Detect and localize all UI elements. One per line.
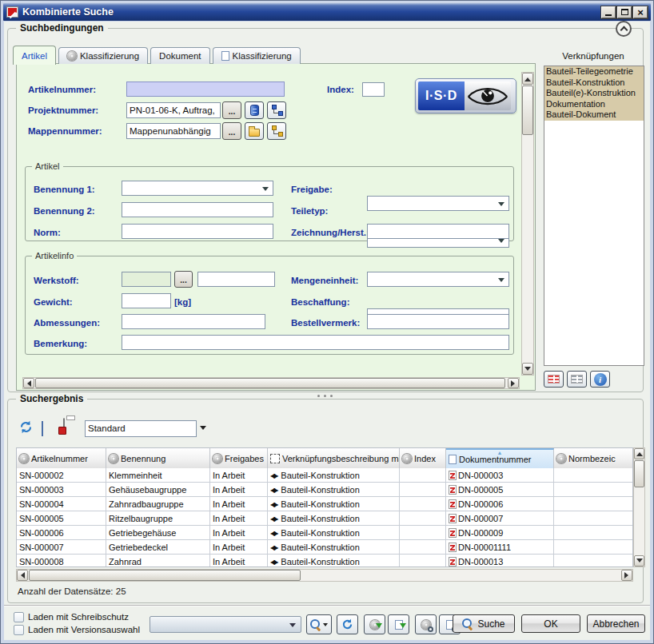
result-view-button[interactable] bbox=[42, 422, 43, 436]
insert-document-button[interactable] bbox=[388, 614, 409, 634]
minimize-button[interactable] bbox=[601, 6, 616, 18]
table-vertical-scrollbar[interactable] bbox=[633, 447, 645, 567]
verknuepfungen-list[interactable]: Bauteil-TeilegeometrieBauteil-Konstrukti… bbox=[544, 66, 644, 366]
werkstoff-browse-button[interactable]: ... bbox=[174, 271, 193, 288]
table-row[interactable]: SN-000005RitzelbaugruppeIn Arbeit◀▶Baute… bbox=[17, 511, 632, 526]
column-header-artikelnummer[interactable]: Artikelnummer bbox=[17, 448, 106, 468]
table-row[interactable]: SN-000007GetriebedeckelIn Arbeit◀▶Bautei… bbox=[17, 540, 632, 555]
column-header-dokumentnummer[interactable]: ▲Dokumentnummer bbox=[446, 448, 554, 468]
load-version-checkbox[interactable] bbox=[14, 625, 24, 635]
insert-article-button[interactable] bbox=[364, 614, 385, 634]
benennung1-combobox[interactable] bbox=[122, 181, 273, 196]
scroll-up-button[interactable] bbox=[522, 73, 533, 85]
tab-dokument-2[interactable]: Dokument bbox=[150, 47, 209, 64]
tab-artikel-0[interactable]: Artikel bbox=[13, 46, 56, 65]
cell-text: Bauteil-Konstruktion bbox=[281, 557, 359, 566]
cancel-button[interactable]: Abbrechen bbox=[587, 614, 645, 633]
refresh-result-button[interactable] bbox=[19, 420, 35, 436]
freigabe-combobox[interactable] bbox=[367, 196, 509, 211]
load-readonly-checkbox[interactable] bbox=[14, 612, 24, 622]
scroll-down-button[interactable] bbox=[634, 555, 644, 566]
print-button[interactable] bbox=[63, 419, 65, 433]
maximize-button[interactable] bbox=[617, 6, 632, 18]
column-header-benennung[interactable]: Benennung bbox=[106, 448, 210, 468]
werkstoff-name-input[interactable] bbox=[197, 272, 275, 287]
chevron-up-icon bbox=[620, 26, 628, 34]
scroll-thumb[interactable] bbox=[29, 570, 301, 581]
scroll-thumb[interactable] bbox=[522, 85, 533, 135]
mengeneinheit-combobox[interactable] bbox=[367, 272, 509, 287]
column-header-index[interactable]: Index bbox=[400, 448, 446, 468]
column-header-freigabes[interactable]: Freigabes bbox=[210, 448, 268, 468]
link-list-item[interactable]: Bauteil-Teilegeometrie bbox=[544, 66, 644, 78]
column-header-verkn-pfungsbeschreibung-mit[interactable]: Verknüpfungsbeschreibung mit bbox=[268, 448, 400, 468]
link-list-item[interactable]: Bauteil-Konstruktion bbox=[544, 78, 644, 89]
bestellvermerk-input[interactable] bbox=[367, 314, 509, 329]
gewicht-unit-label: [kg] bbox=[174, 297, 191, 307]
link-info-button[interactable]: i bbox=[590, 371, 610, 388]
projektnummer-input[interactable] bbox=[126, 102, 221, 118]
index-input[interactable] bbox=[362, 82, 385, 97]
cell-text: DN-000007 bbox=[458, 514, 503, 523]
werkstoff-key-input[interactable] bbox=[122, 272, 171, 287]
table-horizontal-scrollbar[interactable] bbox=[16, 569, 633, 582]
view-select-dropdown-icon[interactable] bbox=[200, 426, 206, 433]
link-list-item[interactable]: Bauteil-Dokument bbox=[544, 109, 644, 121]
scroll-left-button[interactable] bbox=[17, 570, 28, 581]
ok-button[interactable]: OK bbox=[521, 614, 580, 633]
table-row[interactable]: SN-000008ZahnradIn Arbeit◀▶Bauteil-Konst… bbox=[17, 555, 632, 567]
scroll-right-button[interactable] bbox=[621, 570, 632, 581]
collapse-button[interactable] bbox=[616, 21, 632, 37]
result-table[interactable]: ArtikelnummerBenennungFreigabesVerknüpfu… bbox=[16, 447, 633, 567]
scroll-down-button[interactable] bbox=[522, 363, 533, 375]
refresh-button[interactable] bbox=[337, 614, 358, 634]
result-view-select[interactable]: Standard bbox=[85, 420, 197, 437]
projekt-browse-button[interactable]: ... bbox=[222, 101, 241, 119]
table-row[interactable]: SN-000003GehäusebaugruppeIn Arbeit◀▶Baut… bbox=[17, 483, 632, 497]
table-cell: In Arbeit bbox=[210, 526, 268, 539]
mappen-browse-button[interactable]: ... bbox=[222, 122, 241, 140]
abmessungen-input[interactable] bbox=[122, 314, 265, 329]
mappen-structure-button[interactable] bbox=[267, 122, 286, 140]
mappen-folder-button[interactable] bbox=[245, 122, 264, 140]
scroll-right-button[interactable] bbox=[508, 378, 519, 388]
column-header-label: Verknüpfungsbeschreibung mit bbox=[282, 454, 400, 463]
link-view-active-button[interactable] bbox=[544, 371, 564, 388]
gewicht-input[interactable] bbox=[122, 293, 171, 308]
cell-text: In Arbeit bbox=[213, 485, 245, 495]
suche-button[interactable]: Suche bbox=[453, 614, 515, 633]
mappennummer-input[interactable] bbox=[126, 123, 221, 139]
tab-klassifizierung-3[interactable]: Klassifizierung bbox=[213, 47, 301, 64]
form-vertical-scrollbar[interactable] bbox=[521, 72, 534, 376]
scroll-left-button[interactable] bbox=[23, 378, 34, 388]
table-row[interactable]: SN-000006GetriebegehäuseIn Arbeit◀▶Baute… bbox=[17, 526, 632, 540]
table-row[interactable]: SN-000004ZahnradbaugruppeIn Arbeit◀▶Baut… bbox=[17, 497, 632, 511]
norm-input[interactable] bbox=[122, 224, 273, 239]
verknuepfungen-title: Verknüpfungen bbox=[539, 51, 648, 61]
link-list-item[interactable]: Bauteil(e)-Konstruktion bbox=[544, 88, 644, 99]
artikelnummer-input[interactable] bbox=[126, 81, 285, 97]
link-view-all-button[interactable] bbox=[567, 371, 587, 388]
search-conditions-title: Suchbedingungen bbox=[16, 22, 108, 34]
form-horizontal-scrollbar[interactable] bbox=[22, 377, 520, 389]
close-button[interactable]: × bbox=[633, 6, 648, 18]
cell-text: SN-000004 bbox=[19, 499, 64, 509]
column-header-normbezeic[interactable]: Normbezeic bbox=[554, 448, 633, 468]
zeichnung-input[interactable] bbox=[367, 224, 509, 239]
bemerkung-input[interactable] bbox=[122, 335, 509, 350]
projekt-structure-button[interactable] bbox=[267, 101, 286, 119]
splitter[interactable] bbox=[4, 392, 640, 399]
save-search-button[interactable] bbox=[306, 614, 332, 634]
title-bar[interactable]: Kombinierte Suche × bbox=[3, 3, 651, 21]
scroll-thumb[interactable] bbox=[35, 378, 505, 388]
scroll-thumb[interactable] bbox=[634, 460, 644, 487]
tab-klassifizierung-1[interactable]: Klassifizierung bbox=[58, 47, 148, 64]
saved-search-combobox[interactable] bbox=[150, 616, 301, 633]
table-cell: In Arbeit bbox=[210, 497, 268, 511]
table-row[interactable]: SN-000002KlemmeinheitIn Arbeit◀▶Bauteil-… bbox=[17, 468, 632, 483]
find-article-button[interactable] bbox=[415, 614, 437, 634]
projekt-database-button[interactable] bbox=[245, 101, 264, 119]
scroll-up-button[interactable] bbox=[634, 448, 644, 459]
link-list-item[interactable]: Dokumentation bbox=[544, 99, 644, 110]
benennung2-input[interactable] bbox=[122, 202, 273, 217]
